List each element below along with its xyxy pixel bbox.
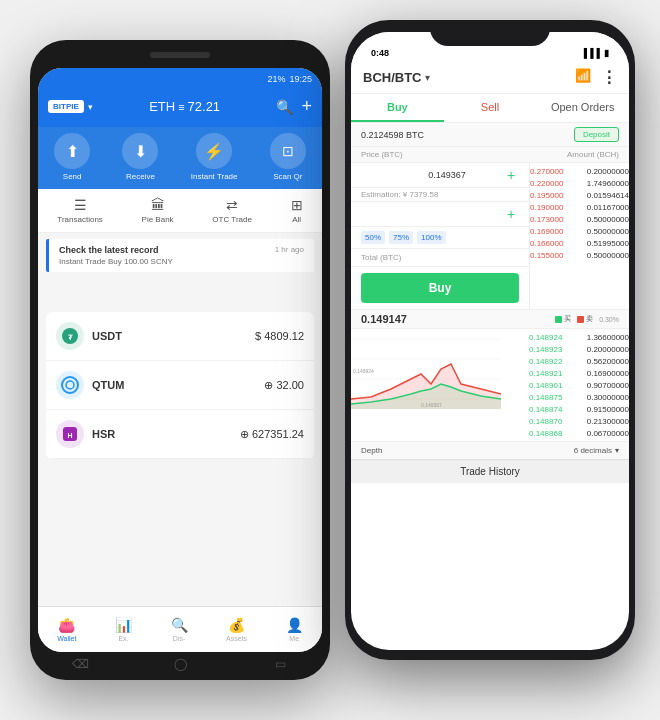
assets-nav[interactable]: 💰 Assets [226, 617, 247, 642]
dropdown-arrow[interactable]: ▾ [88, 102, 93, 112]
hsr-icon: H [56, 420, 84, 448]
transactions-label: Transactions [57, 215, 103, 224]
asset-row-usdt[interactable]: ₮ USDT $ 4809.12 [46, 312, 314, 361]
tab-buy[interactable]: Buy [351, 94, 444, 122]
back-btn[interactable]: ⌫ [70, 654, 90, 674]
pair-container[interactable]: BCH/BTC ▾ [363, 70, 430, 85]
me-nav[interactable]: 👤 Me [286, 617, 303, 642]
hsr-name: HSR [92, 428, 240, 440]
sell-amount-3: 0.01594614 [587, 191, 629, 200]
trade-history-button[interactable]: Trade History [351, 459, 629, 483]
buy-amount-1: 1.36600000 [587, 333, 629, 342]
instant-trade-button[interactable]: ⚡ Instant Trade [191, 133, 238, 181]
buy-button[interactable]: Buy [361, 273, 519, 303]
price-input[interactable] [391, 170, 503, 180]
all-nav[interactable]: ⊞ All [291, 197, 303, 224]
buy-price-4: 0.148921 [529, 369, 562, 378]
price-plus-btn[interactable]: + [503, 167, 519, 183]
assets-section: ₮ USDT $ 4809.12 QTUM ⊕ 32.00 H HS [46, 312, 314, 459]
buy-price-3: 0.148922 [529, 357, 562, 366]
total-label: Total (BTC) [361, 253, 401, 262]
chart-icon[interactable]: 📶 [575, 68, 591, 87]
pct-50-btn[interactable]: 50% [361, 231, 385, 244]
buy-amount-6: 0.30000000 [587, 393, 629, 402]
tab-open-orders[interactable]: Open Orders [536, 94, 629, 122]
pie-bank-icon: 🏛 [151, 197, 165, 213]
mid-price-row: 0.149147 买 卖 0.30% [351, 309, 629, 329]
deposit-button[interactable]: Deposit [574, 127, 619, 142]
chart-svg: 0.148924 0.149367 [351, 329, 501, 409]
android-bottom-nav: ⌫ ◯ ▭ [30, 653, 330, 675]
bitpie-logo: BITPIE [48, 100, 84, 113]
deposit-section: 0.2124598 BTC Deposit [351, 123, 629, 147]
iphone: 0:48 ▐▐▐ ▮ BCH/BTC ▾ 📶 ⋮ Buy [345, 20, 635, 660]
me-icon: 👤 [286, 617, 303, 633]
notification-bar: 1 hr ago Check the latest record Instant… [46, 239, 314, 272]
iphone-time: 0:48 [371, 48, 389, 58]
send-label: Send [63, 172, 82, 181]
qtum-balance: ⊕ 32.00 [264, 379, 304, 392]
qtum-icon [56, 371, 84, 399]
sell-dot [577, 316, 584, 323]
depth-row: Depth 6 decimals ▾ [351, 441, 629, 459]
pie-bank-nav[interactable]: 🏛 Pie Bank [142, 197, 174, 224]
send-button[interactable]: ⬆ Send [54, 133, 90, 181]
sell-price-2: 0.220000 [530, 179, 563, 188]
secondary-nav: ☰ Transactions 🏛 Pie Bank ⇄ OTC Trade ⊞ … [38, 189, 322, 233]
buy-price-7: 0.148874 [529, 405, 562, 414]
more-icon[interactable]: ⋮ [601, 68, 617, 87]
ob-sell-row-7: 0.166000 0.51995000 [530, 237, 629, 249]
transactions-icon: ☰ [74, 197, 87, 213]
scan-qr-button[interactable]: ⊡ Scan Qr [270, 133, 306, 181]
legend-percent: 0.30% [599, 316, 619, 323]
amount-input[interactable] [391, 209, 503, 219]
qtum-name: QTUM [92, 379, 264, 391]
price-input-row: + [351, 163, 529, 188]
ex-icon: 📊 [115, 617, 132, 633]
sell-amount-1: 0.20000000 [587, 167, 629, 176]
ob-sell-row-3: 0.195000 0.01594614 [530, 189, 629, 201]
transactions-nav[interactable]: ☰ Transactions [57, 197, 103, 224]
usdt-name: USDT [92, 330, 255, 342]
ob-buy-row-4: 0.148921 0.16900000 [529, 367, 629, 379]
receive-icon: ⬇ [122, 133, 158, 169]
otc-trade-nav[interactable]: ⇄ OTC Trade [212, 197, 252, 224]
decimals-chevron: ▾ [615, 446, 619, 455]
amount-plus-btn[interactable]: + [503, 206, 519, 222]
ob-buy-row-6: 0.148875 0.30000000 [529, 391, 629, 403]
ex-nav[interactable]: 📊 Ex. [115, 617, 132, 642]
ob-buy-row-3: 0.148922 0.56200000 [529, 355, 629, 367]
asset-row-hsr[interactable]: H HSR ⊕ 627351.24 [46, 410, 314, 459]
iphone-screen: 0:48 ▐▐▐ ▮ BCH/BTC ▾ 📶 ⋮ Buy [351, 32, 629, 650]
amount-bch-header: Amount (BCH) [567, 150, 619, 159]
search-icon[interactable]: 🔍 [276, 99, 293, 115]
sell-price-1: 0.270000 [530, 167, 563, 176]
buy-amount-3: 0.56200000 [587, 357, 629, 366]
receive-button[interactable]: ⬇ Receive [122, 133, 158, 181]
add-icon[interactable]: + [301, 96, 312, 117]
send-icon: ⬆ [54, 133, 90, 169]
orderbook-header: Price (BTC) Amount (BCH) [351, 147, 629, 163]
notification-title: Check the latest record [59, 245, 304, 255]
pct-75-btn[interactable]: 75% [389, 231, 413, 244]
tab-sell[interactable]: Sell [444, 94, 537, 122]
ob-buy-row-9: 0.148868 0.06700000 [529, 427, 629, 439]
pair-title: BCH/BTC [363, 70, 422, 85]
buy-price-8: 0.148870 [529, 417, 562, 426]
mid-price: 0.149147 [361, 313, 407, 325]
wallet-nav[interactable]: 👛 Wallet [57, 617, 76, 642]
recent-btn[interactable]: ▭ [270, 654, 290, 674]
discover-nav[interactable]: 🔍 Dis- [171, 617, 188, 642]
decimals-container[interactable]: 6 decimals ▾ [574, 446, 619, 455]
ob-buy-row-1: 0.148924 1.36600000 [529, 331, 629, 343]
main-area: + Estimation: ¥ 7379.58 + 50% 75% 100% [351, 163, 629, 309]
asset-row-qtum[interactable]: QTUM ⊕ 32.00 [46, 361, 314, 410]
buy-dot [555, 316, 562, 323]
ob-sell-row-5: 0.173000 0.50000000 [530, 213, 629, 225]
home-btn[interactable]: ◯ [170, 654, 190, 674]
ob-buy-row-2: 0.148923 0.20000000 [529, 343, 629, 355]
instant-trade-label: Instant Trade [191, 172, 238, 181]
pct-100-btn[interactable]: 100% [417, 231, 445, 244]
buy-price-2: 0.148923 [529, 345, 562, 354]
sell-amount-5: 0.50000000 [587, 215, 629, 224]
